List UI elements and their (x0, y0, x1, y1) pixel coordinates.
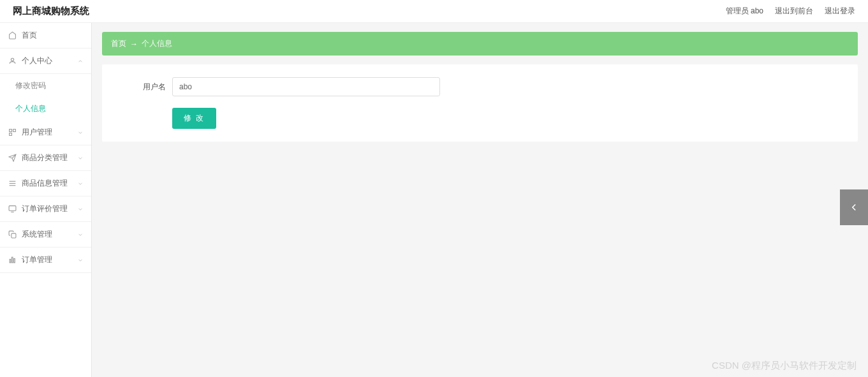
sidebar-item-label: 商品分类管理 (22, 152, 68, 163)
chevron-down-icon (77, 232, 84, 238)
subitem-change-password[interactable]: 修改密码 (0, 74, 91, 97)
chevron-down-icon (77, 155, 84, 161)
form-panel: 用户名 修 改 (102, 64, 858, 142)
breadcrumb: 首页 → 个人信息 (102, 32, 858, 55)
chevron-down-icon (77, 257, 84, 263)
subitem-profile[interactable]: 个人信息 (0, 97, 91, 120)
svg-rect-3 (9, 133, 11, 136)
svg-point-0 (11, 58, 13, 61)
sidebar-item-home[interactable]: 首页 (0, 23, 91, 48)
sidebar-item-system-mgmt[interactable]: 系统管理 (0, 222, 91, 248)
sidebar-item-review-mgmt[interactable]: 订单评价管理 (0, 196, 91, 222)
svg-rect-2 (13, 129, 15, 132)
svg-rect-10 (10, 259, 11, 262)
chevron-down-icon (77, 181, 84, 187)
header-right: 管理员 abo 退出到前台 退出登录 (726, 6, 855, 17)
chevron-down-icon (77, 129, 84, 136)
chevron-left-icon (848, 202, 860, 213)
sidebar-item-user-mgmt[interactable]: 用户管理 (0, 120, 91, 145)
button-row: 修 改 (121, 108, 839, 129)
svg-rect-7 (9, 206, 16, 211)
svg-rect-9 (11, 233, 15, 238)
svg-rect-12 (13, 258, 15, 263)
bars-icon (8, 256, 17, 265)
monitor-icon (8, 205, 17, 214)
subitem-label: 个人信息 (15, 103, 46, 114)
collapse-toggle[interactable] (840, 189, 868, 225)
form-row-username: 用户名 (121, 77, 839, 96)
grid-icon (8, 128, 17, 137)
sidebar-item-label: 系统管理 (22, 229, 52, 240)
sidebar-item-order-mgmt[interactable]: 订单管理 (0, 248, 91, 273)
admin-label[interactable]: 管理员 abo (726, 6, 763, 17)
copy-icon (8, 230, 17, 239)
logout-link[interactable]: 退出登录 (825, 6, 855, 17)
svg-rect-11 (11, 257, 13, 263)
breadcrumb-home[interactable]: 首页 (111, 38, 126, 49)
subitem-label: 修改密码 (15, 80, 46, 91)
sidebar-item-label: 用户管理 (22, 127, 52, 138)
breadcrumb-arrow: → (130, 40, 138, 48)
user-icon (8, 57, 17, 66)
header: 网上商城购物系统 管理员 abo 退出到前台 退出登录 (0, 0, 868, 23)
breadcrumb-current: 个人信息 (142, 38, 172, 49)
sidebar-item-category-mgmt[interactable]: 商品分类管理 (0, 145, 91, 171)
sidebar-item-product-mgmt[interactable]: 商品信息管理 (0, 171, 91, 196)
app-title: 网上商城购物系统 (13, 5, 89, 17)
plane-icon (8, 154, 17, 163)
home-icon (8, 31, 17, 40)
sidebar-item-label: 订单评价管理 (22, 203, 68, 214)
sidebar-item-label: 商品信息管理 (22, 178, 68, 189)
sidebar-item-label: 订单管理 (22, 255, 52, 265)
list-icon (8, 179, 17, 188)
sidebar-item-label: 首页 (22, 30, 37, 41)
sidebar: 首页 个人中心 修改密码 个人信息 用户管理 商品分类管理 商品信息管 (0, 23, 92, 377)
front-link[interactable]: 退出到前台 (775, 6, 813, 17)
username-input[interactable] (172, 77, 440, 96)
main-content: 首页 → 个人信息 用户名 修 改 (92, 23, 868, 377)
chevron-down-icon (77, 206, 84, 212)
submit-button[interactable]: 修 改 (172, 108, 216, 129)
username-label: 用户名 (121, 82, 166, 92)
sidebar-item-label: 个人中心 (22, 55, 52, 66)
svg-rect-1 (9, 129, 11, 132)
chevron-up-icon (77, 58, 84, 64)
sidebar-item-personal[interactable]: 个人中心 (0, 48, 91, 74)
